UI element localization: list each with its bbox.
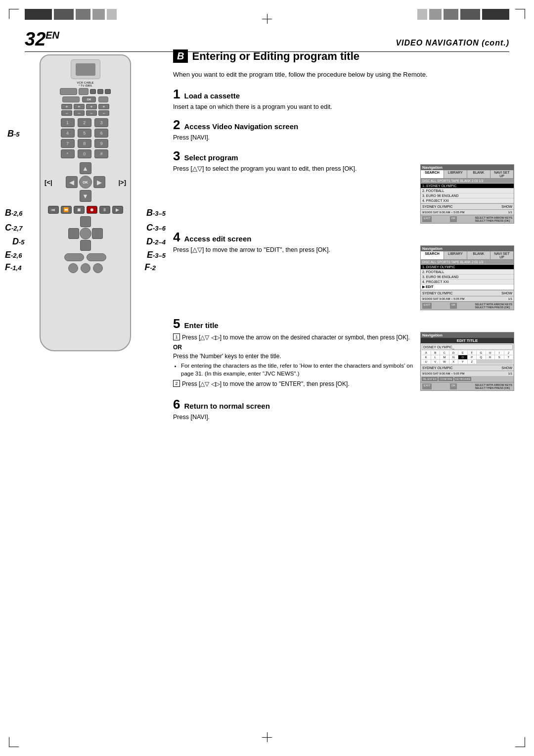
btn-small3[interactable]	[105, 89, 111, 94]
char-N: N	[449, 355, 458, 359]
char-K: K	[422, 355, 431, 359]
step-2-header: 2 Access Video Navigation screen	[173, 118, 514, 131]
step-4: 4 Access edit screen Press [△▽] to move …	[173, 231, 514, 310]
key-8[interactable]: 8	[78, 139, 91, 148]
key-hash[interactable]: #	[94, 149, 108, 158]
minus-btn-2[interactable]: −	[74, 110, 85, 116]
annotation-e26: E-2,6	[5, 250, 22, 260]
step-2-title: Access Video Navigation screen	[184, 122, 298, 131]
minus-btn-3[interactable]: −	[86, 110, 97, 116]
dpad2-left[interactable]	[68, 228, 79, 239]
minus-btn-4[interactable]: −	[98, 110, 109, 116]
btn-tv[interactable]	[79, 88, 89, 95]
step5-bullet-1: For entering the characters as the title…	[181, 362, 415, 378]
nav-screen-3: Navigation EDIT TITLE DISNEY OLYMPIC_ A …	[420, 332, 514, 391]
annotation-b26: B-2,6	[5, 208, 22, 218]
bottom-round-1[interactable]	[68, 263, 78, 273]
step-4-content: Press [△▽] to move the arrow to "EDIT", …	[173, 245, 514, 310]
step-4-body: Press [△▽] to move the arrow to "EDIT", …	[173, 245, 415, 255]
step-5-number: 5	[173, 317, 180, 330]
dpad2-up[interactable]	[80, 216, 91, 227]
annotation-d5: D-5	[12, 236, 25, 247]
btn-ok[interactable]: OK	[82, 96, 96, 102]
nav-info-1: SYDNEY OLYMPICSHOW	[421, 203, 514, 209]
btn-record[interactable]: ⏺	[87, 206, 97, 214]
key-2[interactable]: 2	[78, 118, 91, 127]
step-6-body: Press [NAVI].	[173, 413, 514, 422]
btn-fast-rewind[interactable]: ⏪	[61, 206, 72, 214]
right-bracket-label: |>]	[118, 179, 126, 186]
top-bars	[25, 9, 509, 20]
minus-btn-1[interactable]: −	[61, 110, 72, 116]
char-Q: Q	[477, 355, 486, 359]
btn-stop[interactable]: ⏹	[74, 206, 85, 214]
right-column: B Entering or Editing program title When…	[168, 49, 514, 741]
footer3-exit: EXIT	[422, 383, 432, 389]
nav-row-1: 1. SYDNEY OLYMPIC	[421, 184, 514, 189]
step-4-title: Access edit screen	[184, 235, 251, 243]
key-3[interactable]: 3	[94, 118, 108, 127]
footer-ok: OK	[450, 216, 457, 222]
btn-right-ok[interactable]	[98, 96, 108, 102]
dpad-extra	[44, 216, 126, 251]
arrow-up[interactable]: ▲	[80, 162, 91, 174]
key-0[interactable]: 0	[78, 149, 91, 158]
key-6[interactable]: 6	[94, 129, 108, 138]
section-badge: B	[173, 49, 188, 63]
nav-row-2: 2. FOOTBALL	[421, 189, 514, 193]
arrow-center-ok[interactable]: OK	[79, 176, 92, 189]
step-3-header: 3 Select program	[173, 149, 514, 162]
btn-pause[interactable]: ⏸	[99, 206, 110, 214]
btn-small2[interactable]	[97, 89, 103, 94]
char-T: T	[504, 355, 513, 359]
arrow-right[interactable]: ▶	[93, 176, 105, 188]
tab2-library: LIBRARY	[444, 251, 467, 259]
key-1[interactable]: 1	[61, 118, 75, 127]
annotation-c27: C-2,7	[5, 223, 22, 233]
plus-btn-2[interactable]: +	[74, 104, 85, 109]
char-J: J	[504, 351, 513, 355]
step-1: 1 Load a cassette Insert a tape on which…	[173, 88, 514, 112]
plus-btn-1[interactable]: +	[61, 104, 72, 109]
btn-left-ok[interactable]	[62, 96, 80, 102]
char-W: W	[440, 360, 449, 364]
nav-screen-2-title: Navigation	[421, 246, 514, 251]
btn-play[interactable]: ▶	[112, 206, 123, 214]
annotation-f14: F-1,4	[5, 262, 21, 273]
arrow-left[interactable]: ◀	[66, 176, 78, 188]
plus-btn-3[interactable]: +	[86, 104, 97, 109]
arrow-down[interactable]: ▼	[80, 190, 91, 202]
nav2-edit-row: ▶ EDIT	[421, 284, 514, 290]
left-column: VCR CABLE * TV /DBS OK	[20, 49, 158, 741]
char-G: G	[477, 351, 486, 355]
key-7[interactable]: 7	[61, 139, 75, 148]
display-screen	[76, 63, 95, 76]
bottom-round-3[interactable]	[93, 263, 103, 273]
key-9[interactable]: 9	[94, 139, 108, 148]
btn-rewind[interactable]: ⏮	[48, 206, 59, 214]
step-3-screen: Navigation SEARCH LIBRARY BLANK NAVI SET…	[420, 164, 514, 224]
step-2-body: Press [NAVI].	[173, 133, 514, 142]
dpad2-down[interactable]	[80, 240, 91, 251]
bottom-btn-2[interactable]	[87, 253, 106, 261]
plus-btn-4[interactable]: +	[98, 104, 109, 109]
plus-row: + + + +	[44, 104, 126, 109]
dpad2-center[interactable]	[80, 228, 91, 239]
nav3-info-2: 9/10/00 SAT 9:00 AM – 5:05 PM1/1	[421, 371, 514, 376]
char-B: B	[431, 351, 440, 355]
dpad2-right[interactable]	[92, 228, 103, 239]
key-star[interactable]: *	[61, 149, 75, 158]
bottom-round-2[interactable]	[81, 263, 90, 273]
left-bracket-label: [<|	[44, 179, 52, 186]
step-3-title: Select program	[184, 153, 238, 162]
step-3-number: 3	[173, 149, 180, 162]
nav3-action-btns: RE-ENTER CONFIRM KEYBOARD	[421, 376, 514, 382]
bottom-btn-1[interactable]	[64, 253, 84, 261]
btn-vcr[interactable]	[60, 88, 77, 95]
section-title-block: B Entering or Editing program title	[173, 49, 514, 63]
btn-small1[interactable]	[90, 89, 96, 94]
key-5[interactable]: 5	[78, 129, 91, 138]
bottom-row-1	[44, 253, 126, 261]
key-4[interactable]: 4	[61, 129, 75, 138]
step-1-title: Load a cassette	[184, 92, 240, 100]
